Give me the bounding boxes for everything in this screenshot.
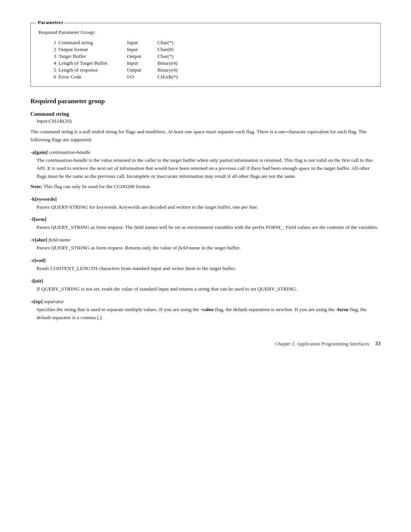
command-string-description: The command string is a null ended strin… (30, 128, 381, 144)
table-row: 4 Length of Target Buffer Input Binary(4… (54, 60, 189, 67)
footer-text: Chapter 2. Application Programming Inter… (275, 341, 369, 347)
table-row: 2 Output format Input Char(8) (54, 46, 189, 53)
param-name: Error Code (59, 73, 127, 80)
param-type: Binary(4) (158, 67, 189, 73)
param-direction: Input (127, 39, 158, 46)
flag-keywords-heading: -k[eywords] (30, 196, 381, 202)
flag-init-desc: If QUERY_STRING is not set, reads the va… (37, 285, 381, 293)
param-direction: Input (127, 60, 158, 67)
flag-form-desc: Parses QUERY_STRING as form request. The… (37, 224, 381, 232)
flag-step: -s[ep] separatorSpecifies the string tha… (30, 299, 381, 322)
flag-keywords: -k[eywords]Parses QUERY-STRING for keywo… (30, 196, 381, 211)
param-direction: I/O (127, 73, 158, 80)
param-type: CHAR(*) (158, 73, 189, 80)
param-name: Command string (59, 39, 127, 46)
param-name: Target Buffer (59, 53, 127, 60)
parameters-label: Parameters (36, 19, 65, 26)
param-direction: Output (127, 67, 158, 73)
flag-step-desc: Specifies the string that is used to sep… (37, 306, 381, 322)
flag-keywords-desc: Parses QUERY-STRING for keywords. Keywor… (37, 203, 381, 211)
param-num: 3 (54, 53, 59, 60)
flag-init: -i[nit]If QUERY_STRING is not set, reads… (30, 278, 381, 293)
param-num: 5 (54, 67, 59, 73)
flag-again-desc: The continuation-handle is the value ret… (37, 157, 381, 181)
footer: Chapter 2. Application Programming Inter… (30, 341, 381, 347)
param-num: 4 (54, 60, 59, 67)
flag-read-desc: Reads CONTENT_LENGTH characters from sta… (37, 265, 381, 273)
footer-page: 33 (375, 341, 381, 347)
command-string-heading: Command string (30, 111, 381, 117)
flag-init-heading: -i[nit] (30, 278, 381, 284)
param-type: Char(*) (158, 39, 189, 46)
param-name: Output format (59, 46, 127, 53)
flag-value-desc: Parses QUERY_STRING as form request. Ret… (37, 244, 381, 252)
flag-again-note: Note: This flag can only be used for the… (30, 183, 381, 191)
flag-step-heading: -s[ep] separator (30, 299, 381, 305)
table-row: 1 Command string Input Char(*) (54, 39, 189, 46)
param-direction: Input (127, 46, 158, 53)
flag-form: -f[orm]Parses QUERY_STRING as form reque… (30, 216, 381, 232)
param-type: Char(*) (158, 53, 189, 60)
param-num: 1 (54, 39, 59, 46)
flag-again: -a[gain] continuation-handleThe continua… (30, 149, 381, 191)
param-name: Length of response (59, 67, 127, 73)
flag-form-heading: -f[orm] (30, 216, 381, 222)
command-string-type: Input:CHAR(20) (37, 118, 381, 124)
flag-read: -r[ead]Reads CONTENT_LENGTH characters f… (30, 257, 381, 273)
param-num: 2 (54, 46, 59, 53)
table-row: 3 Target Buffer Output Char(*) (54, 53, 189, 60)
flag-value-heading: -v[alue] field-name (30, 237, 381, 243)
param-type: Binary(4) (158, 60, 189, 67)
parameters-box: Parameters Required Parameter Group: 1 C… (30, 23, 381, 87)
table-row: 6 Error Code I/O CHAR(*) (54, 73, 189, 80)
parameters-group-title: Required Parameter Group: (38, 28, 373, 35)
param-num: 6 (54, 73, 59, 80)
flag-again-heading: -a[gain] continuation-handle (30, 149, 381, 155)
flag-value: -v[alue] field-nameParses QUERY_STRING a… (30, 237, 381, 252)
table-row: 5 Length of response Output Binary(4) (54, 67, 189, 73)
flags-container: -a[gain] continuation-handleThe continua… (30, 149, 381, 322)
flag-read-heading: -r[ead] (30, 257, 381, 264)
param-type: Char(8) (158, 46, 189, 53)
command-string-subsection: Command string Input:CHAR(20) The comman… (30, 111, 381, 144)
parameters-table: 1 Command string Input Char(*) 2 Output … (54, 39, 189, 80)
param-name: Length of Target Buffer (59, 60, 127, 67)
section-heading: Required parameter group (30, 97, 381, 105)
param-direction: Output (127, 53, 158, 60)
